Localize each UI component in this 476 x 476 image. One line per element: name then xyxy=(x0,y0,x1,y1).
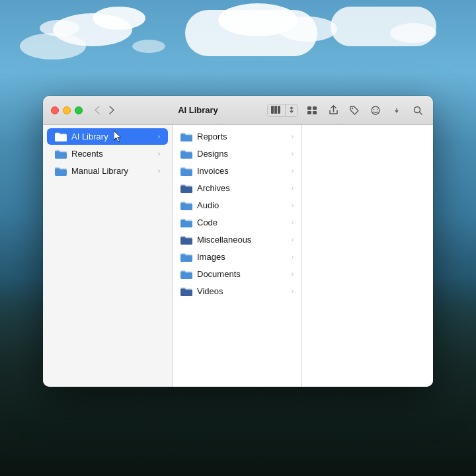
traffic-lights xyxy=(51,106,83,114)
svg-rect-2 xyxy=(278,106,280,114)
col-item-audio[interactable]: Audio › xyxy=(173,197,301,214)
col-item-code[interactable]: Code › xyxy=(173,214,301,231)
svg-rect-5 xyxy=(307,111,311,114)
col-chevron-documents: › xyxy=(292,270,294,278)
col-item-videos[interactable]: Videos › xyxy=(173,283,301,299)
emoji-icon[interactable] xyxy=(368,103,383,118)
col-chevron-audio: › xyxy=(292,202,294,209)
sidebar-label-recents: Recents xyxy=(71,149,158,159)
col-chevron-designs: › xyxy=(292,150,294,157)
col-chevron-miscellaneous: › xyxy=(292,236,294,243)
maximize-button[interactable] xyxy=(75,106,83,114)
svg-rect-3 xyxy=(307,106,311,110)
col-label-reports: Reports xyxy=(197,132,292,141)
col-label-videos: Videos xyxy=(197,286,292,296)
content-area: AI Library › Recents › Manual Library xyxy=(43,125,433,387)
view-columns-btn[interactable] xyxy=(268,104,286,116)
forward-button[interactable] xyxy=(105,104,118,117)
col-label-documents: Documents xyxy=(197,269,292,279)
col-chevron-videos: › xyxy=(292,288,294,295)
sidebar: AI Library › Recents › Manual Library xyxy=(43,125,173,387)
sidebar-label-ai-library: AI Library xyxy=(71,132,158,141)
sidebar-chevron-manual-library: › xyxy=(158,167,160,175)
svg-rect-1 xyxy=(274,106,277,114)
col-label-miscellaneous: Miscellaneous xyxy=(197,235,292,245)
grid-view-icon[interactable] xyxy=(305,103,319,118)
sidebar-label-manual-library: Manual Library xyxy=(71,166,158,176)
minimize-button[interactable] xyxy=(63,106,71,114)
view-control[interactable] xyxy=(267,104,298,117)
svg-rect-4 xyxy=(313,106,317,110)
share-icon[interactable] xyxy=(326,103,340,118)
middle-column: Reports › Designs › Invoices › xyxy=(173,125,302,387)
svg-rect-6 xyxy=(313,111,317,114)
sidebar-chevron-ai-library: › xyxy=(158,133,160,140)
sort-chevron-icon[interactable] xyxy=(389,103,404,118)
col-label-code: Code xyxy=(197,218,292,227)
col-chevron-invoices: › xyxy=(292,167,294,175)
col-item-documents[interactable]: Documents › xyxy=(173,266,301,282)
title-bar: AI Library xyxy=(43,96,433,125)
col-chevron-images: › xyxy=(292,253,294,260)
col-label-images: Images xyxy=(197,252,292,262)
col-chevron-reports: › xyxy=(292,133,294,140)
col-item-images[interactable]: Images › xyxy=(173,249,301,265)
col-label-invoices: Invoices xyxy=(197,166,292,176)
nav-arrows xyxy=(91,104,118,117)
sidebar-item-ai-library[interactable]: AI Library › xyxy=(47,128,168,145)
sidebar-item-manual-library[interactable]: Manual Library › xyxy=(47,163,168,179)
close-button[interactable] xyxy=(51,106,59,114)
toolbar-right xyxy=(267,103,425,118)
col-item-invoices[interactable]: Invoices › xyxy=(173,163,301,179)
col-chevron-archives: › xyxy=(292,184,294,192)
col-item-archives[interactable]: Archives › xyxy=(173,180,301,196)
svg-point-9 xyxy=(374,108,375,110)
search-icon[interactable] xyxy=(411,103,425,118)
right-column xyxy=(302,125,433,387)
back-button[interactable] xyxy=(91,104,104,117)
sidebar-chevron-recents: › xyxy=(158,150,160,157)
col-label-archives: Archives xyxy=(197,183,292,193)
col-item-reports[interactable]: Reports › xyxy=(173,128,301,145)
col-label-designs: Designs xyxy=(197,149,292,159)
finder-window: AI Library xyxy=(43,96,433,387)
col-item-miscellaneous[interactable]: Miscellaneous › xyxy=(173,231,301,248)
svg-line-12 xyxy=(420,112,422,114)
svg-point-7 xyxy=(352,107,353,108)
svg-rect-0 xyxy=(271,106,274,114)
window-title: AI Library xyxy=(129,105,267,115)
col-chevron-code: › xyxy=(292,219,294,226)
sidebar-item-recents[interactable]: Recents › xyxy=(47,145,168,162)
svg-point-10 xyxy=(377,108,378,110)
view-sort-btn[interactable] xyxy=(286,105,298,116)
svg-point-8 xyxy=(372,106,379,114)
tag-icon[interactable] xyxy=(347,103,362,118)
cloud-layer xyxy=(0,0,476,106)
col-label-audio: Audio xyxy=(197,200,292,210)
col-item-designs[interactable]: Designs › xyxy=(173,145,301,162)
